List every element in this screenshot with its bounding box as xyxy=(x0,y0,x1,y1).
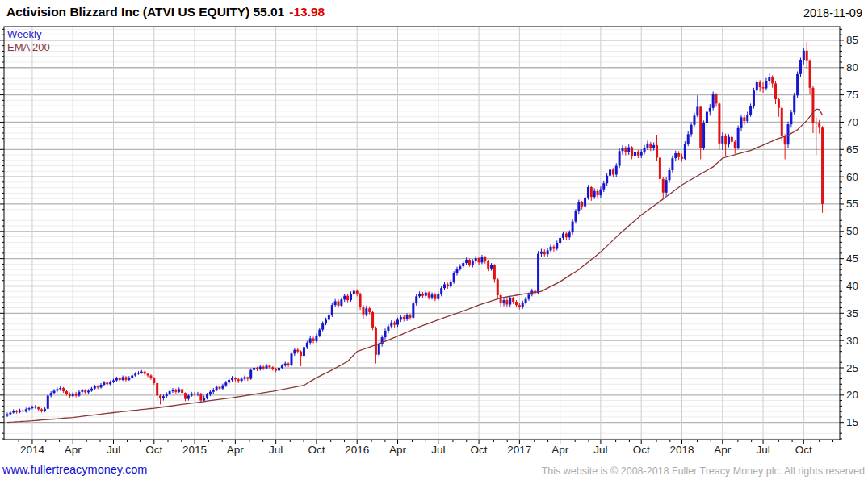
svg-text:45: 45 xyxy=(846,252,858,265)
svg-text:35: 35 xyxy=(846,307,858,319)
svg-text:Oct: Oct xyxy=(308,444,325,456)
svg-text:Oct: Oct xyxy=(471,444,488,456)
svg-text:2015: 2015 xyxy=(182,444,207,456)
chart-page: Activision Blizzard Inc (ATVI US EQUITY)… xyxy=(0,0,868,484)
svg-text:Jul: Jul xyxy=(431,444,445,456)
legend-ema-label: EMA 200 xyxy=(7,41,50,54)
svg-text:70: 70 xyxy=(846,116,858,128)
svg-text:65: 65 xyxy=(846,144,858,156)
svg-text:2016: 2016 xyxy=(345,444,369,456)
svg-text:80: 80 xyxy=(846,61,858,73)
svg-text:Jul: Jul xyxy=(269,444,283,456)
svg-text:20: 20 xyxy=(846,389,858,401)
footer-copyright: This website is © 2008-2018 Fuller Treac… xyxy=(542,465,865,477)
svg-text:Oct: Oct xyxy=(633,444,650,456)
svg-text:Jul: Jul xyxy=(593,444,607,456)
svg-text:50: 50 xyxy=(846,225,858,237)
svg-text:30: 30 xyxy=(846,335,858,347)
svg-text:Oct: Oct xyxy=(795,444,812,456)
svg-text:40: 40 xyxy=(846,280,858,292)
grid-major-layer xyxy=(4,40,840,423)
candles-layer xyxy=(6,42,824,417)
svg-text:Oct: Oct xyxy=(145,444,162,456)
svg-text:15: 15 xyxy=(846,416,858,428)
svg-text:2018: 2018 xyxy=(669,444,694,456)
svg-text:2014: 2014 xyxy=(20,444,45,456)
ema-line xyxy=(7,109,823,423)
svg-text:Apr: Apr xyxy=(65,444,82,456)
svg-text:Apr: Apr xyxy=(227,444,245,456)
footer-website-link[interactable]: www.fullertreacymoney.com xyxy=(2,463,147,476)
svg-text:60: 60 xyxy=(846,171,858,183)
svg-text:55: 55 xyxy=(846,198,858,210)
svg-text:85: 85 xyxy=(846,34,858,46)
legend-weekly-label: Weekly xyxy=(7,28,50,41)
chart-legend: Weekly EMA 200 xyxy=(7,28,50,54)
grid-vertical-layer xyxy=(32,27,803,440)
svg-text:Apr: Apr xyxy=(389,444,407,456)
price-chart: 1520253035404550556065707580852014AprJul… xyxy=(0,0,868,484)
svg-text:75: 75 xyxy=(846,89,858,101)
svg-text:Jul: Jul xyxy=(756,444,769,456)
svg-text:Apr: Apr xyxy=(714,444,732,456)
axis-labels: 1520253035404550556065707580852014AprJul… xyxy=(20,34,858,456)
svg-text:25: 25 xyxy=(846,362,858,374)
svg-text:Jul: Jul xyxy=(107,444,120,456)
svg-text:Apr: Apr xyxy=(551,444,569,456)
svg-text:2017: 2017 xyxy=(507,444,531,456)
